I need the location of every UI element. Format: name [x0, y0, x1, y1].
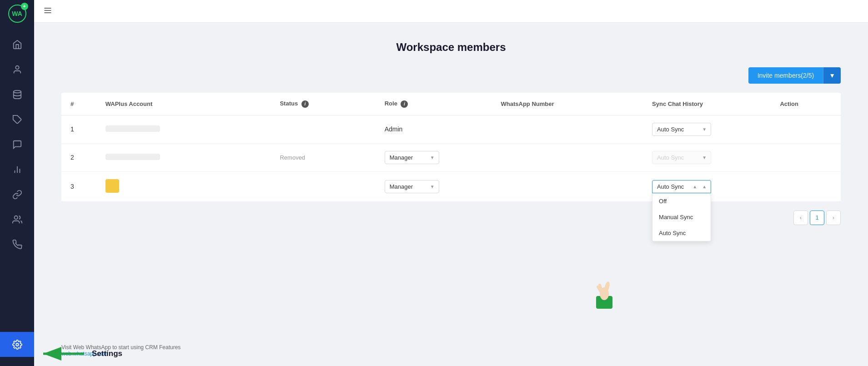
col-header-whatsapp: WhatsApp Number [492, 93, 643, 115]
row1-account-blurred [105, 125, 160, 132]
col-header-role: Role i [376, 93, 492, 115]
row3-sync-cell: Auto Sync ▲ Off Manual Sync Auto Sync [643, 171, 771, 201]
row2-account [96, 143, 271, 171]
col-header-sync: Sync Chat History [643, 93, 771, 115]
row3-sync-wrapper: Auto Sync ▲ Off Manual Sync Auto Sync [652, 180, 711, 193]
topbar [34, 0, 868, 23]
row3-role: Manager Admin [376, 171, 492, 201]
pagination: ‹ 1 › [61, 201, 841, 234]
row2-action [771, 143, 841, 171]
app-logo: WA [8, 5, 26, 23]
dropdown-item-manual[interactable]: Manual Sync [652, 209, 711, 225]
sync-dropdown-menu: Off Manual Sync Auto Sync [652, 193, 711, 241]
row2-role-select[interactable]: Manager Admin [385, 151, 439, 164]
row3-role-select[interactable]: Manager Admin [385, 180, 439, 193]
pagination-page-1[interactable]: 1 [810, 211, 824, 225]
footer-text: Visit Web WhatsApp to start using CRM Fe… [61, 344, 841, 351]
invite-members-button[interactable]: Invite members(2/5) [748, 67, 823, 84]
row1-account [96, 115, 271, 143]
svg-point-7 [16, 343, 19, 346]
table-row: 1 Admin Auto Sync [61, 115, 841, 143]
sidebar-item-group[interactable] [0, 207, 34, 232]
sidebar-nav [0, 27, 34, 332]
row2-whatsapp [492, 143, 643, 171]
dropdown-item-auto[interactable]: Auto Sync [652, 225, 711, 241]
col-header-action: Action [771, 93, 841, 115]
row1-status [271, 115, 375, 143]
database-icon [12, 90, 22, 100]
home-icon [12, 40, 22, 50]
footer-link[interactable]: web.whatsapp.com [61, 351, 108, 357]
row2-sync-wrapper: Auto Sync [652, 151, 711, 164]
row3-whatsapp [492, 171, 643, 201]
col-header-account: WAPlus Account [96, 93, 271, 115]
page-title: Workspace members [61, 41, 841, 54]
row2-sync-select: Auto Sync [652, 151, 711, 164]
analytics-icon [12, 165, 22, 175]
tag-icon [12, 115, 22, 125]
svg-point-6 [14, 216, 17, 219]
sidebar: WA [0, 0, 34, 366]
row1-sync-cell: Auto Sync Manual Sync Off [643, 115, 771, 143]
svg-point-1 [13, 90, 21, 93]
sidebar-item-home[interactable] [0, 32, 34, 57]
group-icon [12, 215, 22, 225]
invite-bar: Invite members(2/5) ▼ [61, 67, 841, 84]
row2-account-blurred [105, 154, 160, 160]
pagination-prev-button[interactable]: ‹ [793, 211, 808, 225]
row3-account [96, 171, 271, 201]
dropdown-item-off[interactable]: Off [652, 193, 711, 209]
row2-role: Manager Admin [376, 143, 492, 171]
status-info-icon[interactable]: i [301, 100, 309, 108]
row1-sync-select[interactable]: Auto Sync Manual Sync Off [652, 123, 711, 136]
sidebar-item-links[interactable] [0, 182, 34, 207]
content-area: Workspace members Invite members(2/5) ▼ … [34, 23, 868, 340]
sidebar-bottom [0, 332, 34, 366]
row1-sync-wrapper: Auto Sync Manual Sync Off [652, 123, 711, 136]
sidebar-item-phone[interactable] [0, 232, 34, 257]
menu-toggle-button[interactable] [43, 6, 52, 17]
sidebar-item-tags[interactable] [0, 107, 34, 132]
members-table: # WAPlus Account Status i Role i WhatsAp… [61, 93, 841, 201]
col-header-num: # [61, 93, 96, 115]
row2-sync-cell: Auto Sync [643, 143, 771, 171]
sidebar-logo: WA [0, 0, 34, 27]
row3-role-wrapper: Manager Admin [385, 180, 439, 193]
row2-status-label: Removed [280, 154, 305, 161]
sidebar-item-settings[interactable] [0, 332, 34, 357]
table-row: 3 Manager Admin [61, 171, 841, 201]
row3-account-avatar [105, 179, 119, 193]
row3-status [271, 171, 375, 201]
table-row: 2 Removed Manager Admin [61, 143, 841, 171]
row2-role-wrapper: Manager Admin [385, 151, 439, 164]
hamburger-icon [43, 6, 52, 15]
chat-icon [12, 140, 22, 150]
svg-point-0 [15, 65, 19, 69]
sidebar-item-contacts[interactable] [0, 57, 34, 82]
row1-action [771, 115, 841, 143]
sidebar-item-analytics[interactable] [0, 157, 34, 182]
row2-num: 2 [61, 143, 96, 171]
sidebar-item-crm[interactable] [0, 82, 34, 107]
row1-role-label: Admin [385, 125, 403, 133]
link-icon [12, 190, 22, 200]
row2-status: Removed [271, 143, 375, 171]
row3-num: 3 [61, 171, 96, 201]
row3-sync-open-display[interactable]: Auto Sync ▲ [652, 180, 711, 193]
settings-icon [12, 340, 22, 350]
user-icon [12, 65, 22, 75]
col-header-status: Status i [271, 93, 375, 115]
sidebar-item-chat[interactable] [0, 132, 34, 157]
footer: Visit Web WhatsApp to start using CRM Fe… [34, 340, 868, 366]
pagination-next-button[interactable]: › [826, 211, 841, 225]
phone-icon [12, 240, 22, 250]
row1-num: 1 [61, 115, 96, 143]
invite-members-dropdown-arrow[interactable]: ▼ [823, 67, 841, 84]
row1-whatsapp [492, 115, 643, 143]
row3-action [771, 171, 841, 201]
main-content: Workspace members Invite members(2/5) ▼ … [34, 0, 868, 366]
row1-role: Admin [376, 115, 492, 143]
role-info-icon[interactable]: i [401, 100, 408, 108]
